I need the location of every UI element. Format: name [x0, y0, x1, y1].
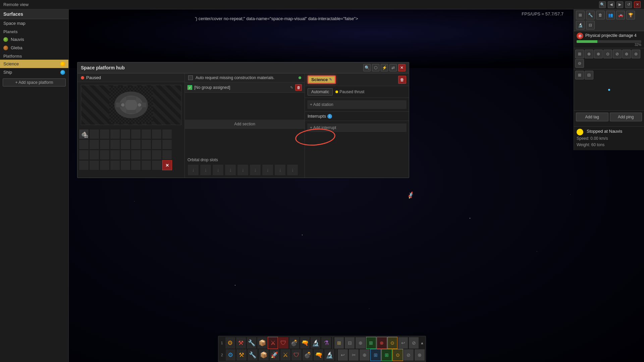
orbital-slot-3[interactable]: ↓: [225, 164, 236, 176]
toolbar-extra-2-6[interactable]: ⊙: [392, 349, 403, 361]
grid-cell-6[interactable]: [141, 129, 151, 139]
rp-science-btn[interactable]: 🔬: [576, 21, 585, 29]
grid-cell-33[interactable]: [141, 160, 151, 170]
science-badge-edit-icon[interactable]: ✎: [329, 77, 332, 82]
rp-square-btn[interactable]: ⊟: [586, 21, 595, 29]
auto-checkbox[interactable]: [188, 75, 193, 80]
paused-thrust-radio[interactable]: [335, 90, 338, 93]
rp-wrench-btn[interactable]: 🔧: [586, 11, 595, 19]
toolbar-slot-1-10[interactable]: ⚗: [321, 337, 331, 349]
toolbar-extra-2-1[interactable]: ↩: [337, 349, 348, 361]
sidebar-item-space-map[interactable]: Space map: [0, 19, 68, 27]
tech-icon-6[interactable]: ⊛: [622, 50, 631, 58]
toolbar-extra-1-4[interactable]: ⊞: [366, 337, 376, 349]
toolbar-extra-2-8[interactable]: ⊗: [414, 349, 425, 361]
hub-arrows-btn[interactable]: ⇄: [389, 64, 397, 71]
toolbar-slot-2-5[interactable]: 🚀: [269, 349, 280, 361]
toolbar-slot-2-4[interactable]: 📦: [258, 349, 269, 361]
grid-cell-32[interactable]: [131, 160, 141, 170]
toolbar-slot-1-4[interactable]: 📦: [257, 337, 267, 349]
tech-icon-2[interactable]: ⊕: [585, 50, 593, 58]
grid-cell-10[interactable]: [89, 139, 99, 149]
tech-icon-1[interactable]: ⊞: [575, 50, 584, 58]
group-trash-btn[interactable]: 🗑: [295, 84, 302, 91]
rp-trash-btn[interactable]: 🗑: [596, 11, 605, 19]
grid-cell-27[interactable]: [79, 160, 89, 170]
grid-cell-12[interactable]: [110, 139, 120, 149]
second-icon-2[interactable]: ⊟: [585, 71, 593, 79]
grid-cell-2[interactable]: [100, 129, 110, 139]
grid-cell-31[interactable]: [120, 160, 130, 170]
add-tag-button[interactable]: Add tag: [576, 113, 608, 121]
automatic-button[interactable]: Automatic: [308, 88, 333, 96]
grid-cell-9[interactable]: [79, 139, 89, 149]
grid-cell-8[interactable]: [162, 129, 172, 139]
orbital-slot-5[interactable]: ↓: [250, 164, 261, 176]
tech-icon-7[interactable]: ⊜: [632, 50, 640, 58]
toolbar-extra-2-4[interactable]: ⊞: [370, 349, 381, 361]
rp-grid-btn[interactable]: ⊞: [576, 11, 585, 19]
toolbar-slot-2-6[interactable]: ⚔: [280, 349, 291, 361]
grid-cell-24[interactable]: [141, 150, 151, 160]
toolbar-slot-2-7[interactable]: 🛡: [291, 349, 302, 361]
hub-search-btn[interactable]: 🔍: [363, 64, 371, 71]
orbital-slot-7[interactable]: ↓: [274, 164, 286, 176]
grid-cell-20[interactable]: [100, 150, 110, 160]
add-ping-button[interactable]: Add ping: [610, 113, 642, 121]
toolbar-extra-1-8[interactable]: ⊘: [409, 337, 419, 349]
tech-icon-5[interactable]: ⊘: [613, 50, 622, 58]
grid-cell-22[interactable]: [120, 150, 130, 160]
grid-cell-19[interactable]: [89, 150, 99, 160]
top-search-btn[interactable]: 🔍: [599, 1, 606, 8]
hub-network-btn[interactable]: ⬡: [372, 64, 379, 71]
toolbar-slot-1-3[interactable]: 🔧: [247, 337, 257, 349]
tech-icon-4[interactable]: ⊙: [603, 50, 612, 58]
add-interrupt-row[interactable]: + Add interrupt: [307, 123, 407, 132]
toolbar-extra-1-5[interactable]: ⊗: [377, 337, 387, 349]
grid-cell-16[interactable]: [152, 139, 162, 149]
add-platform-button[interactable]: + Add space platform: [3, 78, 66, 86]
grid-cell-7[interactable]: [152, 129, 162, 139]
toolbar-extra-1-1[interactable]: ⊞: [334, 337, 344, 349]
hub-close-btn[interactable]: ✕: [398, 64, 406, 71]
toolbar-slot-1-1[interactable]: ⚙: [225, 337, 235, 349]
rp-trophy-btn[interactable]: 🏆: [626, 11, 635, 19]
toolbar-extra-1-3[interactable]: ⊕: [355, 337, 366, 349]
grid-cell-13[interactable]: [120, 139, 130, 149]
top-forward-btn[interactable]: ▶: [616, 1, 623, 8]
orbital-slot-8[interactable]: ↓: [287, 164, 298, 176]
grid-cell-30[interactable]: [110, 160, 120, 170]
grid-cell-26[interactable]: [162, 150, 172, 160]
interrupts-info-icon[interactable]: i: [327, 114, 332, 119]
rp-car-btn[interactable]: 🚗: [616, 11, 625, 19]
grid-cell-5[interactable]: [131, 129, 141, 139]
toolbar-slot-2-1[interactable]: ⚙: [225, 349, 236, 361]
add-station-row[interactable]: + Add station: [307, 100, 407, 109]
toolbar-slot-1-6[interactable]: 🛡: [278, 337, 289, 349]
toolbar-extra-1-6[interactable]: ⊙: [387, 337, 398, 349]
add-section-button[interactable]: Add section: [185, 120, 305, 129]
orbital-slot-6[interactable]: ↓: [262, 164, 273, 176]
sidebar-item-ship[interactable]: Ship: [0, 68, 68, 76]
tech-icon-8[interactable]: ⊝: [575, 59, 584, 68]
grid-cell-29[interactable]: [100, 160, 110, 170]
grid-cell-23[interactable]: [131, 150, 141, 160]
grid-cell-close[interactable]: ✕: [162, 160, 172, 170]
toolbar-slot-1-2[interactable]: ⚒: [236, 337, 246, 349]
schedule-trash-btn[interactable]: 🗑: [398, 76, 406, 84]
tech-icon-3[interactable]: ⊗: [594, 50, 603, 58]
grid-cell-25[interactable]: [152, 150, 162, 160]
grid-cell-0[interactable]: 🪨 10: [79, 129, 89, 139]
toolbar-slot-2-8[interactable]: 💣: [302, 349, 313, 361]
toolbar-extra-2-3[interactable]: ⊕: [359, 349, 370, 361]
group-checkbox[interactable]: ✓: [187, 85, 192, 90]
toolbar-extra-1-2[interactable]: ⊟: [344, 337, 355, 349]
grid-cell-21[interactable]: [110, 150, 120, 160]
toolbar-slot-1-9[interactable]: 🔬: [310, 337, 321, 349]
grid-cell-3[interactable]: [110, 129, 120, 139]
sidebar-item-science[interactable]: Science: [0, 60, 68, 68]
toolbar-slot-1-7[interactable]: 💣: [289, 337, 300, 349]
orbital-slot-2[interactable]: ↓: [212, 164, 224, 176]
grid-cell-11[interactable]: [100, 139, 110, 149]
orbital-slot-0[interactable]: ↓: [187, 164, 199, 176]
